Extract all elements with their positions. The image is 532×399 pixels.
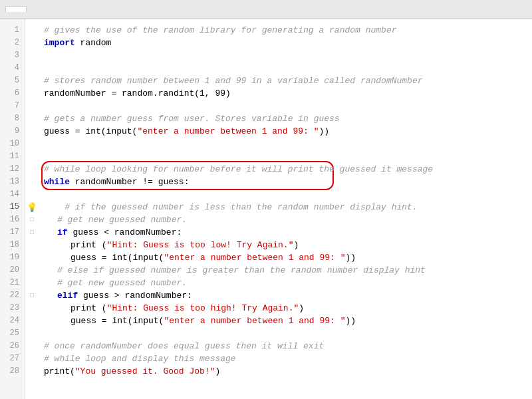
code-token-string: "You guessed it. Good Job!": [75, 365, 215, 378]
line-number: 14: [0, 188, 25, 201]
gutter-icon-cell: [25, 37, 39, 49]
line-number: 10: [0, 138, 25, 150]
gutter-icon-cell: [25, 352, 39, 365]
title-bar: [0, 0, 532, 19]
code-line[interactable]: while randomNumber != guess:: [44, 176, 532, 188]
code-token-comment: # while loop looking for number before i…: [44, 163, 433, 176]
code-line[interactable]: # while loop and display this message: [44, 352, 532, 365]
line-number: 23: [0, 302, 25, 315]
code-line[interactable]: [44, 138, 532, 150]
line-number: 7: [0, 100, 25, 112]
code-token-normal: )): [345, 251, 356, 264]
code-token-normal: guess = int(input(: [44, 125, 137, 138]
gutter-icon-cell: [25, 251, 39, 264]
code-line[interactable]: randomNumber = random.randint(1, 99): [44, 87, 532, 100]
fold-icon[interactable]: □: [30, 292, 34, 299]
code-token-normal: ): [215, 365, 220, 378]
line-number: 19: [0, 251, 25, 264]
code-token-comment: # stores random number between 1 and 99 …: [44, 74, 423, 87]
code-line[interactable]: [44, 327, 532, 340]
line-number: 13: [0, 176, 25, 188]
code-token-keyword: elif: [57, 289, 78, 302]
line-number: 20: [0, 264, 25, 277]
file-tab[interactable]: [5, 6, 27, 12]
code-token-string: "Hint: Guess is too low! Try Again.": [107, 239, 294, 251]
gutter-icon-cell: [25, 264, 39, 277]
line-number: 28: [0, 365, 25, 378]
gutter-icon-cell: □: [25, 289, 39, 302]
code-line[interactable]: # once randomNumber does equal guess the…: [44, 340, 532, 352]
gutter-icon-cell: [25, 87, 39, 100]
code-token-normal: ): [299, 302, 304, 315]
lightbulb-icon[interactable]: 💡: [27, 202, 37, 213]
line-number: 22: [0, 289, 25, 302]
code-line[interactable]: # gets a number guess from user. Stores …: [44, 112, 532, 125]
code-token-comment: # get new guessed number.: [57, 213, 187, 226]
code-line[interactable]: [44, 49, 532, 62]
code-line[interactable]: # if the guessed number is less than the…: [44, 201, 532, 213]
code-line[interactable]: print ("Hint: Guess is too high! Try Aga…: [44, 302, 532, 315]
gutter-icon-cell: [25, 100, 39, 112]
gutter-icon-cell: [25, 62, 39, 74]
gutter-icon-cell: [25, 112, 39, 125]
code-line[interactable]: [44, 188, 532, 201]
gutter-icon-cell: [25, 163, 39, 176]
code-token-normal: )): [345, 315, 356, 327]
code-token-normal: print (: [70, 239, 107, 251]
code-line[interactable]: # get new guessed number.: [44, 277, 532, 289]
gutter-icon-cell: □: [25, 226, 39, 239]
code-content[interactable]: # gives the use of the random library fo…: [39, 19, 532, 399]
code-token-normal: guess = int(input(: [70, 251, 164, 264]
line-numbers: 1234567891011121314151617181920212223242…: [0, 19, 25, 399]
code-token-string: "Hint: Guess is too high! Try Again.": [107, 302, 299, 315]
gutter-icon-cell: [25, 277, 39, 289]
code-token-normal: print (: [70, 302, 107, 315]
code-token-normal: random: [75, 37, 112, 49]
code-line[interactable]: [44, 100, 532, 112]
code-line[interactable]: # while loop looking for number before i…: [44, 163, 532, 176]
code-line[interactable]: guess = int(input("enter a number betwee…: [44, 251, 532, 264]
gutter-icon-cell: [25, 150, 39, 163]
code-token-comment: # gets a number guess from user. Stores …: [44, 112, 340, 125]
code-line[interactable]: if guess < randomNumber:: [44, 226, 532, 239]
fold-icon[interactable]: □: [30, 216, 34, 223]
code-line[interactable]: import random: [44, 37, 532, 49]
code-line[interactable]: elif guess > randomNumber:: [44, 289, 532, 302]
code-token-normal: print(: [44, 365, 75, 378]
gutter-icon-cell: [25, 340, 39, 352]
code-line[interactable]: guess = int(input("enter a number betwee…: [44, 315, 532, 327]
gutter-icon-cell: [25, 125, 39, 138]
gutter-icon-cell: [25, 239, 39, 251]
code-token-string: "enter a number between 1 and 99: ": [164, 251, 345, 264]
code-token-comment: # else if guessed number is greater than…: [57, 264, 426, 277]
gutter-icon-cell: [25, 315, 39, 327]
fold-icon[interactable]: □: [30, 229, 34, 236]
line-number: 15: [0, 201, 25, 213]
line-number: 24: [0, 315, 25, 327]
code-token-normal: guess > randomNumber:: [78, 289, 192, 302]
code-line[interactable]: # get new guessed number.: [44, 213, 532, 226]
code-token-comment: # if the guessed number is less than the…: [44, 201, 418, 213]
gutter-icon-cell: [25, 176, 39, 188]
code-line[interactable]: print("You guessed it. Good Job!"): [44, 365, 532, 378]
gutter-icon-cell: [25, 24, 39, 37]
code-line[interactable]: print ("Hint: Guess is too low! Try Agai…: [44, 239, 532, 251]
line-number: 11: [0, 150, 25, 163]
code-token-normal: guess < randomNumber:: [68, 226, 182, 239]
code-token-comment: # get new guessed number.: [57, 277, 187, 289]
code-token-normal: randomNumber != guess:: [70, 176, 189, 188]
gutter-icon-cell: [25, 74, 39, 87]
line-number: 25: [0, 327, 25, 340]
code-line[interactable]: # gives the use of the random library fo…: [44, 24, 532, 37]
code-line[interactable]: guess = int(input("enter a number betwee…: [44, 125, 532, 138]
gutter-icons: 💡□□□: [25, 19, 39, 399]
code-line[interactable]: [44, 62, 532, 74]
line-number: 5: [0, 74, 25, 87]
line-number: 4: [0, 62, 25, 74]
code-token-normal: ): [293, 239, 299, 251]
code-line[interactable]: # stores random number between 1 and 99 …: [44, 74, 532, 87]
code-line[interactable]: [44, 150, 532, 163]
line-number: 9: [0, 125, 25, 138]
line-number: 26: [0, 340, 25, 352]
code-line[interactable]: # else if guessed number is greater than…: [44, 264, 532, 277]
